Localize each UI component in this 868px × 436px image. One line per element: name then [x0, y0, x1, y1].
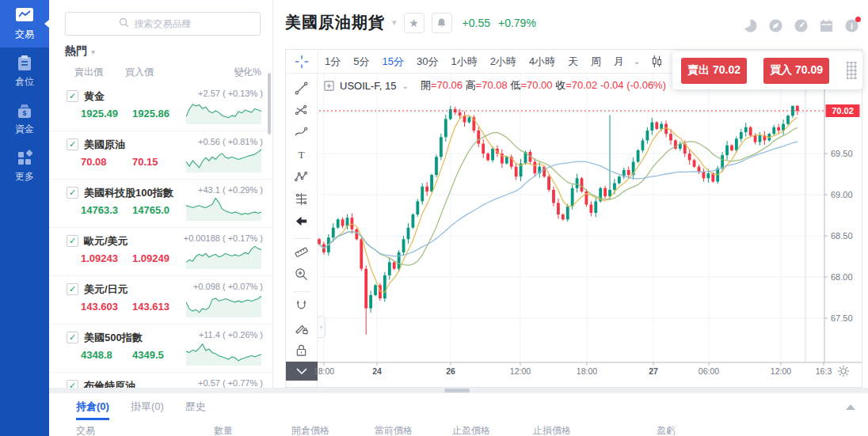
row-checkbox[interactable]: ✓	[67, 187, 78, 199]
watchlist-row[interactable]: ✓ 布倫特原油 +0.57 ( +0.77% )	[49, 373, 272, 388]
sparkline	[186, 242, 263, 269]
sell-price[interactable]: 143.603	[81, 301, 118, 313]
row-checkbox[interactable]: ✓	[67, 235, 78, 247]
watchlist-row[interactable]: ✓ 黄金 +2.57 ( +0.13% ) 1925.49 1925.86	[49, 83, 272, 131]
drag-handle-icon[interactable]	[847, 62, 857, 79]
row-checkbox[interactable]: ✓	[67, 90, 78, 102]
timeframe-5分[interactable]: 5分	[353, 55, 369, 69]
watchlist-category-dropdown[interactable]: 熱門 ▾	[65, 44, 272, 59]
search-input[interactable]	[65, 12, 261, 36]
column-header: 止損價格	[533, 424, 657, 436]
timeframe-30分[interactable]: 30分	[417, 55, 438, 69]
sell-price[interactable]: 1925.49	[81, 108, 118, 119]
instrument-name: 美元/日元	[84, 282, 128, 297]
svg-text:i: i	[851, 22, 853, 31]
timeframe-月[interactable]: 月	[614, 55, 624, 69]
sell-price[interactable]: 14763.3	[81, 204, 118, 216]
collapse-panel-button[interactable]	[846, 404, 855, 410]
col-buy-price: 買入價	[125, 66, 154, 79]
symbol-add-icon[interactable]	[324, 81, 334, 91]
svg-text:70.02: 70.02	[832, 106, 854, 116]
chevron-down-icon[interactable]: ▾	[392, 17, 397, 28]
timeframe-2小時[interactable]: 2小時	[490, 55, 516, 69]
favorite-star-button[interactable]: ★	[404, 13, 424, 33]
sidebar-item-funds-moneybag[interactable]: $ 資金	[0, 95, 49, 142]
chart-type-button[interactable]	[649, 55, 664, 69]
symbol-name[interactable]: USOIL-F, 15	[340, 80, 397, 92]
candlestick-chart[interactable]: 69.5069.0068.5068.0067.5070.0218:0024261…	[286, 74, 862, 387]
tab-歷史[interactable]: 歷史	[185, 400, 206, 420]
sidebar-item-label: 資金	[15, 123, 34, 136]
positions-tabs: 持倉(0)掛單(0)歷史	[49, 393, 868, 420]
sell-price[interactable]: 1.09243	[81, 252, 118, 264]
trade-buttons-panel: 賣出 70.02 買入 70.09	[672, 51, 862, 89]
chevron-down-icon[interactable]: ⌄	[402, 82, 409, 90]
instrument-name: 美國500指數	[84, 331, 143, 345]
ohlc-values: 開=70.06 高=70.08 低=70.00 收=70.02 -0.04 (-…	[421, 78, 666, 93]
sell-button[interactable]: 賣出 70.02	[681, 58, 747, 84]
info-icon[interactable]: i	[844, 18, 860, 34]
watchlist-row[interactable]: ✓ 美元/日元 +0.098 ( +0.07% ) 143.603 143.61…	[49, 276, 272, 324]
compass-icon[interactable]	[768, 18, 784, 34]
row-checkbox[interactable]: ✓	[67, 138, 78, 150]
timezone-settings-icon[interactable]	[838, 366, 849, 377]
pie-chart-icon[interactable]	[743, 18, 759, 34]
tab-掛單(0)[interactable]: 掛單(0)	[131, 400, 164, 420]
watchlist-row[interactable]: ✓ 美國科技股100指數 +43.1 ( +0.29% ) 14763.3 14…	[49, 180, 272, 228]
notification-dot	[855, 17, 861, 22]
candlestick-type-icon	[649, 55, 664, 69]
search-box	[65, 12, 261, 36]
instrument-name: 歐元/美元	[84, 234, 128, 248]
timeframe-more-dropdown[interactable]: ⌄	[634, 57, 640, 66]
timeframe-4小時[interactable]: 4小時	[529, 55, 555, 69]
panel-resize-handle[interactable]	[444, 389, 470, 392]
svg-text:69.50: 69.50	[831, 149, 853, 158]
instrument-name: 布倫特原油	[84, 379, 135, 388]
alert-bell-button[interactable]	[432, 13, 452, 33]
sell-price[interactable]: 70.08	[81, 156, 107, 168]
row-checkbox[interactable]: ✓	[67, 332, 78, 343]
sidebar-item-more-grid[interactable]: 更多	[0, 142, 49, 190]
buy-price[interactable]: 4349.5	[132, 349, 164, 361]
row-checkbox[interactable]: ✓	[67, 380, 78, 388]
buy-price[interactable]: 14765.0	[132, 204, 169, 216]
buy-price[interactable]: 70.15	[132, 156, 158, 168]
watchlist-category-label: 熱門	[65, 44, 87, 59]
svg-text:68.00: 68.00	[831, 272, 853, 282]
crosshair-tool[interactable]	[286, 50, 318, 73]
timeframe-15分[interactable]: 15分	[382, 55, 403, 69]
buy-price[interactable]: 1925.86	[132, 108, 169, 119]
sidebar-item-label: 更多	[15, 170, 34, 184]
symbol-info-line: USOIL-F, 15 ⌄ 開=70.06 高=70.08 低=70.00 收=…	[324, 78, 666, 93]
svg-text:12:00: 12:00	[510, 366, 531, 376]
instrument-name: 美國原油	[84, 138, 125, 152]
watchlist-panel: 熱門 ▾ 賣出價 買入價 變化% ✓ 黄金 +2.57 ( +0.13% ) 1…	[49, 0, 273, 388]
buy-price[interactable]: 143.613	[132, 301, 169, 313]
watchlist-row[interactable]: ✓ 美國原油 +0.56 ( +0.81% ) 70.08 70.15	[49, 131, 272, 180]
tab-持倉(0)[interactable]: 持倉(0)	[76, 400, 109, 420]
row-checkbox[interactable]: ✓	[67, 283, 78, 295]
sidebar-item-positions-clipboard[interactable]: 倉位	[0, 47, 49, 95]
sell-price[interactable]: 4348.8	[81, 349, 112, 361]
timeframe-1小時[interactable]: 1小時	[451, 55, 477, 69]
instrument-title: 美國原油期貨	[285, 12, 385, 33]
watchlist-row[interactable]: ✓ 美國500指數 +11.4 ( +0.26% ) 4348.8 4349.5	[49, 324, 272, 373]
watchlist-row[interactable]: ✓ 歐元/美元 +0.00188 ( +0.17% ) 1.09243 1.09…	[49, 228, 272, 276]
timeframe-周[interactable]: 周	[591, 55, 601, 69]
column-header: 止盈價格	[452, 424, 533, 436]
sparkline	[186, 290, 263, 317]
watchlist-scrollbar-thumb[interactable]	[268, 73, 271, 135]
column-header: 開倉價格	[291, 424, 375, 436]
svg-text:27: 27	[649, 366, 658, 376]
buy-price[interactable]: 1.09249	[132, 252, 169, 264]
timeframe-1分[interactable]: 1分	[325, 55, 341, 69]
column-header: 交易	[76, 424, 214, 436]
calendar-icon[interactable]	[819, 18, 835, 34]
positions-clipboard-icon	[16, 55, 33, 72]
buy-button[interactable]: 買入 70.09	[763, 58, 829, 84]
sidebar-item-trade-chart[interactable]: 交易	[0, 0, 49, 47]
timeframe-天[interactable]: 天	[568, 55, 578, 69]
positions-column-headers: 交易數量開倉價格當前價格止盈價格止損價格盈虧	[49, 424, 868, 436]
gauge-icon[interactable]	[794, 18, 809, 34]
sidebar-item-label: 交易	[15, 28, 34, 41]
